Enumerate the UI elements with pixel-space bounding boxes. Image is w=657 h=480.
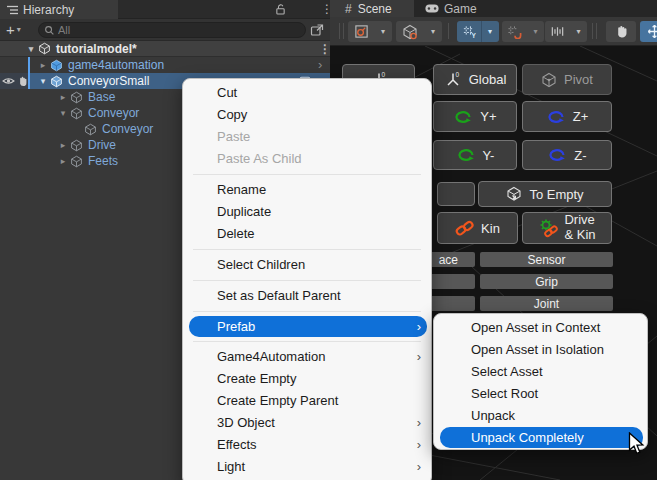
rotate-z-minus-label: Z- (574, 148, 586, 163)
scene-view-toolbar: ▾ ▾ Y ▾ ▾ (330, 17, 657, 46)
menu-item-open-asset-in-isolation[interactable]: Open Asset in Isolation (434, 339, 647, 361)
grid-visibility-button[interactable]: Y ▾ (457, 21, 499, 42)
camera-view-icon (348, 21, 374, 42)
prefab-override-bar (28, 57, 30, 73)
menu-item-effects-label: Effects (217, 437, 257, 452)
add-object-button[interactable]: + (6, 23, 15, 37)
increment-snap-button[interactable]: ▾ (545, 21, 587, 42)
menu-item-3d-object[interactable]: 3D Object › (183, 412, 431, 434)
scene-tab-bar: # Scene Game (330, 0, 657, 17)
hierarchy-context-menu: Cut Copy Paste Paste As Child Rename Dup… (182, 78, 432, 480)
pivot-button[interactable]: Pivot (522, 64, 612, 95)
tab-game[interactable]: Game (414, 0, 504, 17)
tree-row-game4automation[interactable]: ▸ game4automation › (0, 57, 330, 73)
gamepad-icon (425, 4, 439, 13)
gameobject-cube-icon (70, 155, 83, 168)
menu-item-unpack[interactable]: Unpack (434, 405, 647, 427)
foldout-expanded-icon[interactable]: ▾ (38, 76, 48, 86)
gizmos-button[interactable]: ▾ (396, 21, 442, 42)
surface-label-fragment: ace (439, 253, 458, 267)
grip-label: Grip (535, 275, 558, 289)
search-input[interactable] (58, 23, 300, 37)
svg-text:Y: Y (471, 32, 476, 39)
tab-hierarchy-label: Hierarchy (23, 3, 74, 17)
menu-item-unpack-completely[interactable]: Unpack Completely (440, 427, 643, 448)
menu-item-select-asset[interactable]: Select Asset (434, 361, 647, 383)
drive-kin-label-2: & Kin (564, 228, 595, 243)
add-object-caret-icon[interactable]: ▾ (17, 25, 21, 34)
hierarchy-tab-bar: Hierarchy ⋮ (0, 0, 330, 19)
rotate-y-plus-button[interactable]: Y+ (433, 101, 517, 132)
menu-item-select-children[interactable]: Select Children (183, 254, 431, 276)
drive-kin-label-1: Drive (564, 213, 595, 228)
chevron-down-icon[interactable]: ▾ (570, 21, 587, 42)
menu-item-open-asset-in-context[interactable]: Open Asset in Context (434, 317, 647, 339)
snap-magnet-icon (502, 21, 527, 42)
menu-item-game4automation-label: Game4Automation (217, 349, 325, 364)
menu-item-select-root[interactable]: Select Root (434, 383, 647, 405)
chevron-down-icon[interactable]: ▾ (374, 21, 392, 42)
tab-hierarchy[interactable]: Hierarchy (0, 0, 118, 19)
gizmo-cube-icon (396, 21, 424, 42)
menu-item-prefab[interactable]: Prefab › (189, 316, 427, 337)
rotate-z-plus-button[interactable]: Z+ (522, 101, 612, 132)
grip-button[interactable]: Grip (480, 274, 613, 289)
global-button-label: Global (469, 72, 507, 87)
hand-tool-button[interactable] (606, 21, 636, 42)
menu-item-duplicate[interactable]: Duplicate (183, 201, 431, 223)
menu-separator (183, 307, 431, 316)
scene-header-row[interactable]: ▾ tutorialmodel* ⋮ (0, 41, 330, 57)
foldout-collapsed-icon[interactable]: ▸ (58, 140, 68, 150)
toolbar-separator (343, 23, 344, 39)
lock-icon[interactable] (274, 3, 287, 16)
hierarchy-toolbar: + ▾ (0, 19, 330, 41)
menu-item-set-as-default-parent[interactable]: Set as Default Parent (183, 285, 431, 307)
rotate-y-minus-button[interactable]: Y- (433, 140, 517, 170)
chevron-down-icon[interactable]: ▾ (527, 21, 544, 42)
foldout-collapsed-icon[interactable]: ▸ (38, 60, 48, 70)
to-empty-label: To Empty (529, 187, 583, 202)
prefab-cube-icon (50, 59, 63, 72)
rotate-y-plus-label: Y+ (480, 109, 496, 124)
joint-label: Joint (534, 297, 559, 311)
menu-item-delete[interactable]: Delete (183, 223, 431, 245)
global-button[interactable]: 0 Global (433, 64, 517, 95)
kin-button[interactable]: Kin (437, 212, 518, 244)
rotate-z-minus-button[interactable]: Z- (522, 140, 612, 170)
foldout-collapsed-icon[interactable]: ▸ (58, 92, 68, 102)
svg-text:0: 0 (381, 72, 385, 78)
drive-kin-button[interactable]: Drive & Kin (522, 212, 612, 244)
popout-window-icon[interactable] (310, 23, 324, 37)
menu-item-rename[interactable]: Rename (183, 179, 431, 201)
hierarchy-search-box[interactable] (38, 22, 306, 38)
sensor-button[interactable]: Sensor (480, 252, 613, 267)
foldout-expanded-icon[interactable]: ▾ (26, 44, 36, 54)
tree-item-label: Drive (88, 138, 116, 152)
to-empty-button[interactable]: To Empty (478, 181, 612, 207)
menu-item-light[interactable]: Light › (183, 456, 431, 478)
menu-item-create-empty-parent[interactable]: Create Empty Parent (183, 390, 431, 412)
tab-scene-label: Scene (358, 2, 392, 16)
foldout-expanded-icon[interactable]: ▾ (58, 108, 68, 118)
move-tool-button[interactable] (640, 21, 657, 42)
menu-item-create-empty[interactable]: Create Empty (183, 368, 431, 390)
prefab-cube-icon (50, 75, 63, 88)
grid-snap-button[interactable]: ▾ (502, 21, 544, 42)
menu-item-game4automation[interactable]: Game4Automation › (183, 346, 431, 368)
draw-mode-button[interactable]: ▾ (348, 21, 392, 42)
overlay-button-partial[interactable] (437, 182, 475, 206)
menu-item-cut[interactable]: Cut (183, 82, 431, 104)
kin-label: Kin (481, 221, 500, 236)
svg-text:0: 0 (455, 72, 459, 78)
menu-item-copy[interactable]: Copy (183, 104, 431, 126)
chevron-down-icon[interactable]: ▾ (482, 21, 498, 42)
eye-icon[interactable] (2, 76, 15, 86)
pick-hand-icon[interactable] (17, 75, 28, 87)
menu-item-paste: Paste (183, 126, 431, 148)
foldout-collapsed-icon[interactable]: ▸ (58, 156, 68, 166)
menu-item-effects[interactable]: Effects › (183, 434, 431, 456)
tab-scene[interactable]: # Scene (330, 0, 414, 17)
chevron-right-icon[interactable]: › (318, 58, 322, 71)
joint-button[interactable]: Joint (480, 296, 613, 311)
chevron-down-icon[interactable]: ▾ (424, 21, 442, 42)
